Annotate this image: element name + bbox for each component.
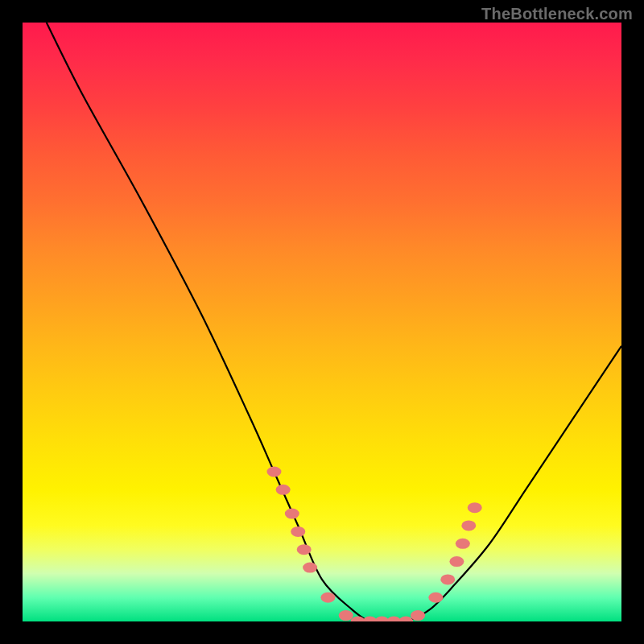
highlight-point <box>276 485 291 495</box>
chart-svg <box>23 23 621 621</box>
highlight-point <box>320 592 335 603</box>
highlight-point <box>266 467 281 477</box>
highlight-point <box>303 563 317 573</box>
chart-container: TheBottleneck.com <box>0 0 644 644</box>
watermark-text: TheBottleneck.com <box>481 5 633 23</box>
highlight-point <box>339 610 353 621</box>
highlight-point <box>285 509 299 519</box>
highlight-points <box>266 467 481 622</box>
highlight-point <box>461 520 476 530</box>
highlight-point <box>456 539 470 549</box>
highlight-point <box>297 544 312 555</box>
bottleneck-curve <box>47 23 621 621</box>
highlight-point <box>411 610 425 621</box>
highlight-point <box>468 502 482 513</box>
highlight-point <box>440 574 455 584</box>
highlight-point <box>428 592 443 603</box>
highlight-point <box>291 526 305 537</box>
highlight-point <box>449 556 464 567</box>
plot-area <box>23 23 621 621</box>
